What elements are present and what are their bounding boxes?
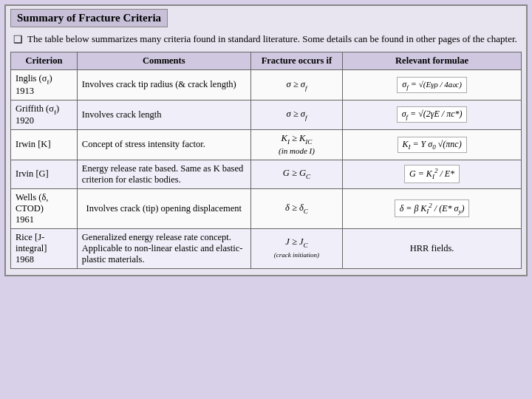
formula-display: σf = √(2γE / πc*) <box>397 106 468 123</box>
table-row: Griffith (σf)1920 Involves crack length … <box>11 100 522 130</box>
fracture-cell: σ ≥ σf <box>250 100 342 130</box>
formulae-cell: G = KI2 / E* <box>343 160 522 188</box>
main-container: Summary of Fracture Criteria ❑ The table… <box>4 4 528 276</box>
fracture-cell: J ≥ JC(crack initiation) <box>250 228 342 268</box>
fracture-cell: δ ≥ δC <box>250 188 342 228</box>
table-row: Wells (δ, CTOD)1961 Involves crack (tip)… <box>11 188 522 228</box>
criterion-cell: Griffith (σf)1920 <box>11 100 78 130</box>
header-fracture: Fracture occurs if <box>250 52 342 70</box>
table-row: Rice [J-integral]1968 Generalized energy… <box>11 228 522 268</box>
formula-display: KI = Y σ0 √(πnc) <box>398 137 467 153</box>
header-formulae: Relevant formulae <box>343 52 522 70</box>
criterion-cell: Irvin [G] <box>11 160 78 188</box>
header-comments: Comments <box>77 52 250 70</box>
comments-cell: Involves crack length <box>77 100 250 130</box>
criterion-cell: Inglis (σf)1913 <box>11 70 78 100</box>
bullet-icon: ❑ <box>13 33 23 46</box>
header-criterion: Criterion <box>11 52 78 70</box>
title-bar: Summary of Fracture Criteria <box>10 9 168 27</box>
fracture-cell: KI ≥ KIC(in mode I) <box>250 130 342 160</box>
fracture-criteria-table: Criterion Comments Fracture occurs if Re… <box>10 52 522 269</box>
comments-cell: Generalized energy release rate concept.… <box>77 228 250 268</box>
intro-section: ❑ The table below summarizes many criter… <box>10 33 522 46</box>
formula-text: HRR fields. <box>410 243 454 253</box>
fracture-cell: σ ≥ σf <box>250 70 342 100</box>
formulae-cell: KI = Y σ0 √(πnc) <box>343 130 522 160</box>
page-title: Summary of Fracture Criteria <box>17 12 161 24</box>
table-row: Irwin [K] Concept of stress intensity fa… <box>11 130 522 160</box>
criterion-cell: Irwin [K] <box>11 130 78 160</box>
fracture-cell: G ≥ GC <box>250 160 342 188</box>
formulae-cell: HRR fields. <box>343 228 522 268</box>
comments-cell: Involves crack (tip) opening displacemen… <box>77 188 250 228</box>
comments-cell: Concept of stress intensity factor. <box>77 130 250 160</box>
comments-cell: Energy release rate based. Same as K bas… <box>77 160 250 188</box>
comments-cell: Involves crack tip radius (& crack lengt… <box>77 70 250 100</box>
formula-display: G = KI2 / E* <box>404 165 460 183</box>
criterion-cell: Wells (δ, CTOD)1961 <box>11 188 78 228</box>
table-row: Inglis (σf)1913 Involves crack tip radiu… <box>11 70 522 100</box>
intro-text: The table below summarizes many criteria… <box>27 33 517 46</box>
formula-display: δ = β KI2 / (E* σy) <box>395 200 470 217</box>
table-row: Irvin [G] Energy release rate based. Sam… <box>11 160 522 188</box>
formulae-cell: σf = √(2γE / πc*) <box>343 100 522 130</box>
criterion-cell: Rice [J-integral]1968 <box>11 228 78 268</box>
formula-display: σf = √(Eγρ / 4a₀c) <box>397 77 467 93</box>
formulae-cell: σf = √(Eγρ / 4a₀c) <box>343 70 522 100</box>
formulae-cell: δ = β KI2 / (E* σy) <box>343 188 522 228</box>
